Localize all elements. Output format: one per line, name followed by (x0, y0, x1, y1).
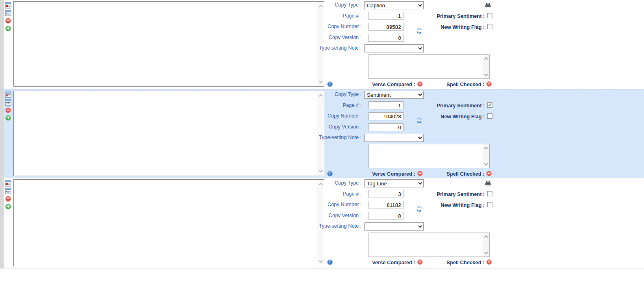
primary-sentiment-checkbox[interactable] (487, 191, 492, 196)
new-writing-flag-checkbox[interactable] (487, 24, 492, 29)
copy-number-label: Copy Number : (286, 113, 362, 119)
binoculars-icon[interactable] (485, 2, 491, 9)
copy-version-label: Copy Version : (286, 213, 362, 218)
note-text-input[interactable] (369, 144, 489, 168)
primary-sentiment-label: Primary Sentiment : (408, 191, 485, 197)
copy-row-1: Copy Type : Caption Page # : Copy Number… (0, 0, 644, 89)
copy-version-input[interactable] (369, 34, 403, 42)
page-number-input[interactable] (369, 12, 403, 20)
spell-checked-status-icon[interactable] (486, 170, 492, 178)
scroll-up-icon[interactable] (484, 235, 488, 239)
new-writing-flag-label: New Writing Flag : (408, 24, 485, 30)
verse-compared-label: Verse Compared : (338, 171, 415, 177)
remove-row-icon[interactable] (5, 196, 11, 202)
copy-version-input[interactable] (369, 123, 403, 131)
note-details-icon[interactable] (5, 99, 11, 106)
remove-row-icon[interactable] (5, 17, 11, 24)
primary-sentiment-checkbox[interactable] (487, 102, 492, 108)
copy-type-label: Copy Type : (286, 180, 362, 186)
new-writing-flag-checkbox[interactable] (487, 202, 492, 207)
verse-compared-label: Verse Compared : (338, 82, 415, 87)
page-number-input[interactable] (369, 101, 403, 109)
page-number-label: Page # : (286, 102, 362, 108)
copy-text-container (13, 179, 324, 266)
type-setting-note-label: Type-setting Note : (286, 135, 362, 140)
copy-number-input[interactable] (369, 23, 403, 31)
delete-note-icon[interactable] (5, 2, 11, 9)
info-circle-icon[interactable] (327, 171, 333, 178)
copy-number-input[interactable] (369, 201, 403, 209)
type-setting-note-label: Type-setting Note : (286, 45, 362, 51)
scrollbar[interactable] (483, 55, 489, 78)
row-actions (5, 180, 11, 210)
copy-number-label: Copy Number : (286, 24, 362, 29)
copy-type-select[interactable]: Sentiment (364, 91, 424, 99)
spell-checked-label: Spell Checked : (407, 82, 484, 87)
primary-sentiment-checkbox[interactable] (487, 13, 492, 18)
add-row-icon[interactable] (5, 115, 11, 121)
spell-checked-status-icon[interactable] (486, 81, 492, 89)
page-number-label: Page # : (286, 191, 362, 197)
spell-checked-status-icon[interactable] (486, 259, 492, 267)
page-number-input[interactable] (369, 190, 403, 198)
copy-type-label: Copy Type : (286, 2, 362, 8)
note-text-input[interactable] (369, 233, 489, 257)
note-details-icon[interactable] (5, 10, 11, 16)
row-gutter (0, 89, 4, 178)
copy-version-label: Copy Version : (286, 124, 362, 130)
copy-row-2-selected: Copy Type : Sentiment Page # : Copy Numb… (0, 89, 644, 178)
type-setting-note-label: Type-setting Note : (286, 223, 362, 229)
copy-text-input[interactable] (14, 91, 324, 176)
remove-row-icon[interactable] (5, 107, 11, 113)
delete-note-icon[interactable] (5, 91, 11, 98)
add-row-icon[interactable] (5, 203, 11, 210)
scroll-up-icon[interactable] (484, 147, 488, 151)
copy-text-container (13, 91, 324, 176)
scroll-down-icon[interactable] (484, 162, 488, 166)
copy-type-select[interactable]: Tag Line (364, 179, 424, 187)
new-writing-flag-checkbox[interactable] (487, 113, 492, 119)
scroll-down-icon[interactable] (484, 250, 488, 255)
scroll-down-icon[interactable] (484, 72, 488, 76)
row-actions (5, 2, 11, 32)
copy-version-input[interactable] (369, 212, 403, 220)
note-text-container (369, 54, 490, 79)
primary-sentiment-label: Primary Sentiment : (408, 13, 485, 19)
scrollbar[interactable] (483, 144, 489, 168)
copy-number-label: Copy Number : (286, 202, 362, 207)
copy-text-input[interactable] (14, 2, 324, 86)
scroll-up-icon[interactable] (484, 57, 488, 61)
copy-type-label: Copy Type : (286, 91, 362, 97)
binoculars-icon[interactable] (485, 180, 491, 187)
spell-checked-label: Spell Checked : (407, 171, 484, 177)
copy-row-3: Copy Type : Tag Line Page # : Copy Numbe… (0, 178, 644, 269)
row-gutter (0, 0, 4, 89)
row-gutter (0, 178, 4, 268)
note-text-container (369, 233, 490, 257)
type-setting-note-select[interactable] (364, 134, 424, 142)
type-setting-note-select[interactable] (364, 222, 424, 231)
note-text-input[interactable] (369, 55, 489, 78)
add-row-icon[interactable] (5, 25, 11, 32)
info-circle-icon[interactable] (327, 81, 333, 89)
note-details-icon[interactable] (5, 188, 11, 194)
scroll-down-icon[interactable] (319, 169, 323, 173)
info-circle-icon[interactable] (327, 259, 333, 267)
delete-note-icon[interactable] (5, 180, 11, 187)
page-number-label: Page # : (286, 13, 362, 19)
copy-version-label: Copy Version : (286, 35, 362, 40)
type-setting-note-select[interactable] (364, 44, 424, 52)
scroll-down-icon[interactable] (319, 259, 323, 263)
scroll-down-icon[interactable] (319, 79, 323, 83)
verse-compared-label: Verse Compared : (338, 260, 415, 265)
copy-type-select[interactable]: Caption (364, 1, 424, 9)
row-actions (5, 91, 11, 121)
scrollbar[interactable] (483, 233, 489, 257)
copy-number-input[interactable] (369, 112, 403, 120)
copy-text-container (13, 1, 324, 87)
new-writing-flag-label: New Writing Flag : (408, 202, 485, 208)
primary-sentiment-label: Primary Sentiment : (408, 103, 485, 109)
copy-editor-page: Copy Type : Caption Page # : Copy Number… (0, 0, 644, 285)
copy-text-input[interactable] (14, 180, 324, 266)
note-text-container (369, 144, 490, 168)
